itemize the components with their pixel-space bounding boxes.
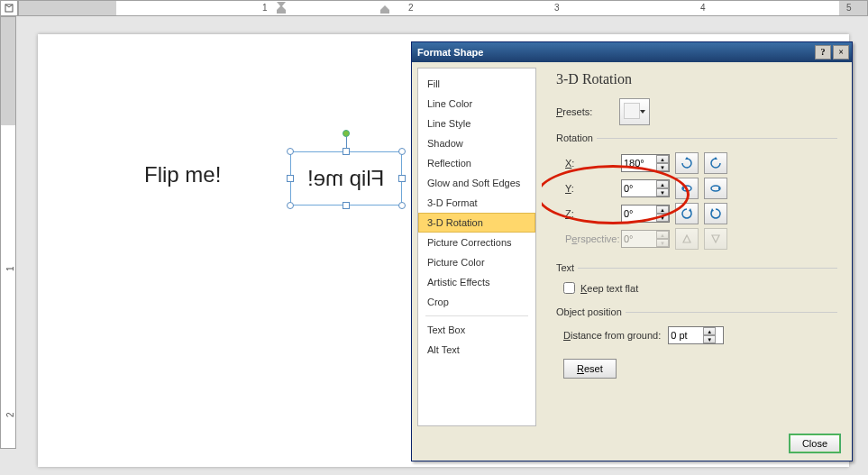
dist-spin-up[interactable]: ▲ [703, 327, 716, 335]
resize-handle-l[interactable] [287, 175, 294, 182]
selected-text-box[interactable]: Flip me! [279, 141, 413, 216]
nav-fill[interactable]: Fill [418, 74, 535, 94]
perspective-input: ▲▼ [621, 230, 670, 248]
x-spin-up[interactable]: ▲ [656, 155, 669, 163]
resize-handle-tr[interactable] [398, 148, 406, 155]
rotate-x-left-button[interactable] [675, 152, 699, 174]
nav-shadow[interactable]: Shadow [418, 133, 535, 153]
rotate-y-up-button[interactable] [675, 178, 699, 199]
horizontal-ruler[interactable]: 1 2 3 4 5 [18, 0, 868, 16]
text-group: Text Keep text flat [556, 262, 837, 299]
y-rotation-input[interactable]: ▲▼ [621, 179, 670, 197]
nav-3d-format[interactable]: 3-D Format [418, 193, 535, 213]
presets-label: Presets: [556, 106, 619, 117]
hanging-indent-marker[interactable] [277, 10, 286, 15]
ruler-number: 3 [554, 3, 560, 13]
perspective-label: Perspective: [556, 233, 621, 244]
nav-glow[interactable]: Glow and Soft Edges [418, 173, 535, 193]
persp-spin-up: ▲ [656, 231, 669, 239]
perspective-wide-button [704, 228, 727, 250]
resize-handle-br[interactable] [398, 202, 406, 209]
y-spin-down[interactable]: ▼ [656, 188, 669, 196]
format-shape-dialog: Format Shape ? × Fill Line Color Line St… [411, 41, 853, 461]
persp-spin-down: ▼ [656, 239, 669, 247]
object-position-group: Object position Distance from ground: ▲▼ [556, 306, 837, 350]
object-position-legend: Object position [556, 306, 626, 317]
y-label: Y: [556, 183, 621, 194]
resize-handle-tl[interactable] [287, 148, 294, 155]
x-label: X: [556, 158, 621, 169]
rotation-handle[interactable] [343, 130, 350, 137]
perspective-narrow-button [675, 228, 699, 250]
rotation-panel: 3-D Rotation Presets: Rotation X: ▲▼ Y: … [542, 62, 852, 432]
z-spin-down[interactable]: ▼ [656, 214, 669, 222]
nav-picture-color[interactable]: Picture Color [418, 252, 535, 272]
resize-handle-r[interactable] [398, 175, 406, 182]
dialog-titlebar[interactable]: Format Shape ? × [412, 42, 852, 62]
nav-crop[interactable]: Crop [418, 292, 535, 312]
resize-handle-t[interactable] [343, 148, 350, 155]
z-rotation-input[interactable]: ▲▼ [621, 205, 670, 223]
nav-alt-text[interactable]: Alt Text [418, 340, 535, 360]
vertical-ruler[interactable]: 1 2 [0, 16, 16, 449]
resize-handle-b[interactable] [343, 202, 350, 209]
nav-picture-corrections[interactable]: Picture Corrections [418, 233, 535, 252]
y-rotation-field[interactable] [622, 180, 656, 196]
x-spin-down[interactable]: ▼ [656, 163, 669, 171]
nav-reflection[interactable]: Reflection [418, 153, 535, 173]
text-box-content: Flip me! [307, 166, 384, 191]
keep-text-flat-checkbox[interactable] [563, 282, 575, 294]
z-rotation-field[interactable] [622, 206, 656, 222]
z-label: Z: [556, 208, 621, 219]
dist-spin-down[interactable]: ▼ [703, 335, 716, 343]
distance-field[interactable] [669, 327, 703, 343]
text-box-frame[interactable]: Flip me! [290, 151, 402, 206]
nav-line-color[interactable]: Line Color [418, 94, 535, 114]
y-spin-up[interactable]: ▲ [656, 180, 669, 188]
ruler-number: 1 [5, 266, 15, 271]
rotation-legend: Rotation [556, 132, 597, 143]
text-legend: Text [556, 262, 578, 273]
resize-handle-bl[interactable] [287, 202, 294, 209]
nav-artistic-effects[interactable]: Artistic Effects [418, 272, 535, 292]
category-nav: Fill Line Color Line Style Shadow Reflec… [417, 68, 536, 426]
distance-input[interactable]: ▲▼ [668, 326, 724, 344]
ruler-number: 2 [5, 412, 15, 417]
ruler-corner-button[interactable] [0, 0, 18, 16]
rotate-y-down-button[interactable] [704, 178, 727, 199]
z-spin-up[interactable]: ▲ [656, 206, 669, 214]
ruler-number: 5 [846, 3, 852, 13]
distance-label: Distance from ground: [563, 330, 661, 341]
perspective-field [622, 231, 656, 247]
rotate-z-ccw-button[interactable] [675, 203, 699, 224]
x-rotation-field[interactable] [622, 155, 656, 171]
x-rotation-input[interactable]: ▲▼ [621, 154, 670, 172]
nav-3d-rotation[interactable]: 3-D Rotation [418, 213, 535, 233]
panel-heading: 3-D Rotation [556, 71, 837, 87]
ruler-number: 1 [262, 3, 268, 13]
close-button[interactable]: Close [789, 434, 841, 453]
dialog-title: Format Shape [417, 47, 483, 58]
presets-dropdown[interactable] [619, 98, 650, 125]
document-text: Flip me! [144, 162, 221, 187]
rotate-x-right-button[interactable] [704, 152, 727, 174]
nav-line-style[interactable]: Line Style [418, 114, 535, 133]
right-indent-marker[interactable] [380, 10, 389, 15]
rotate-z-cw-button[interactable] [704, 203, 727, 224]
keep-text-flat-label[interactable]: Keep text flat [580, 283, 638, 294]
help-button[interactable]: ? [815, 45, 831, 59]
ruler-number: 2 [408, 3, 414, 13]
reset-button[interactable]: Reset [563, 359, 617, 379]
ruler-number: 4 [700, 3, 706, 13]
rotation-group: Rotation X: ▲▼ Y: ▲▼ Z: ▲▼ [556, 132, 837, 255]
close-icon[interactable]: × [833, 45, 849, 59]
nav-text-box[interactable]: Text Box [418, 320, 535, 340]
